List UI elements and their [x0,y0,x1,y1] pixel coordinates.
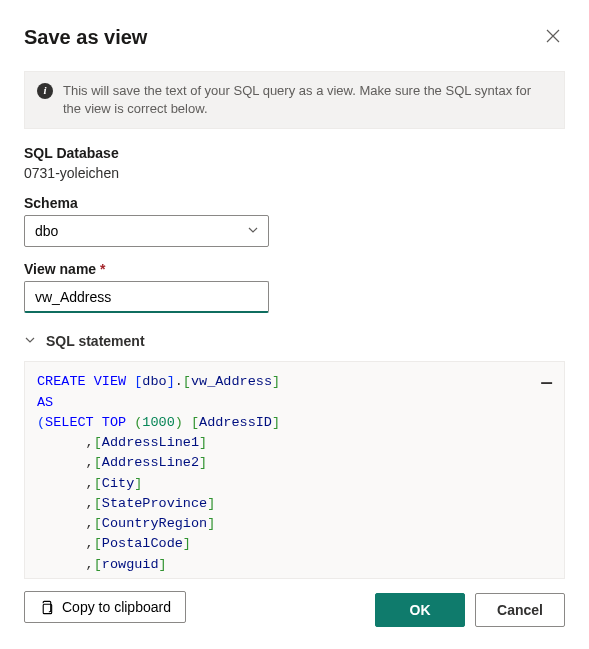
minimap-indicator: — [541,370,550,397]
schema-label: Schema [24,195,565,211]
sql-code-area[interactable]: —CREATE VIEW [dbo].[vw_Address] AS (SELE… [24,361,565,579]
database-label: SQL Database [24,145,565,161]
copy-icon [39,600,54,615]
sql-statement-toggle[interactable]: SQL statement [24,333,565,349]
sql-statement-label: SQL statement [46,333,145,349]
cancel-button[interactable]: Cancel [475,593,565,627]
chevron-down-icon [24,333,36,349]
close-button[interactable] [541,24,565,51]
info-text: This will save the text of your SQL quer… [63,82,552,118]
viewname-label: View name * [24,261,565,277]
viewname-input[interactable] [24,281,269,313]
copy-to-clipboard-button[interactable]: Copy to clipboard [24,591,186,623]
info-icon: i [37,83,53,99]
info-banner: i This will save the text of your SQL qu… [24,71,565,129]
database-value: 0731-yoleichen [24,165,565,181]
required-asterisk: * [100,261,105,277]
close-icon [545,28,561,44]
copy-button-label: Copy to clipboard [62,599,171,615]
dialog-title: Save as view [24,26,147,49]
ok-button[interactable]: OK [375,593,465,627]
schema-select[interactable]: dbo [24,215,269,247]
